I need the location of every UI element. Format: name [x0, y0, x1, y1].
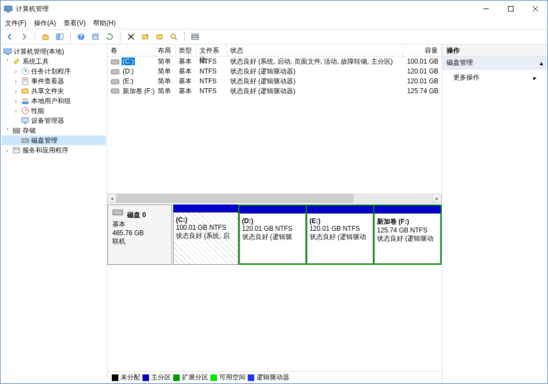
expand-icon[interactable]: ›	[13, 88, 19, 94]
svg-line-18	[175, 38, 177, 40]
disk-icon	[112, 208, 123, 216]
actions-section-disk-management[interactable]: 磁盘管理 ▴	[442, 56, 547, 70]
svg-rect-45	[111, 70, 119, 74]
scroll-right-button[interactable]: ▸	[432, 194, 442, 203]
refresh-button[interactable]	[104, 31, 116, 43]
back-button[interactable]	[4, 31, 16, 43]
column-status[interactable]: 状态	[227, 44, 402, 56]
open-button[interactable]	[153, 31, 165, 43]
expand-icon[interactable]: ›	[4, 147, 10, 154]
column-capacity[interactable]: 容量	[402, 44, 442, 56]
svg-rect-37	[13, 128, 20, 130]
tree-local-users[interactable]: › 本地用户和组	[2, 96, 106, 106]
expand-icon[interactable]: ›	[13, 98, 19, 104]
partition-d[interactable]: (D:) 120.01 GB NTFS 状态良好 (逻辑驱	[239, 206, 306, 264]
legend-free-swatch	[210, 374, 217, 381]
volume-rows[interactable]: (C:)简单基本NTFS状态良好 (系统, 启动, 页面文件, 活动, 故障转储…	[107, 56, 442, 194]
svg-rect-32	[22, 101, 28, 104]
disk-row[interactable]: 磁盘 0 基本 465.76 GB 联机 (C:) 100.01	[107, 204, 442, 265]
menu-help[interactable]: 帮助(H)	[93, 19, 116, 28]
partition-body[interactable]: (D:) 120.01 GB NTFS 状态良好 (逻辑驱	[239, 213, 306, 264]
column-layout[interactable]: 布局	[155, 44, 175, 56]
horizontal-scrollbar[interactable]: ◂ ▸	[107, 194, 442, 203]
chevron-right-icon: ▸	[533, 74, 536, 82]
partition-status: 状态良好 (逻辑驱动	[310, 232, 370, 242]
column-type[interactable]: 类型	[175, 44, 196, 56]
clock-icon	[21, 67, 30, 76]
collapse-icon[interactable]: ˅	[4, 59, 10, 65]
minimize-button[interactable]	[473, 1, 498, 17]
expand-icon[interactable]: ›	[13, 108, 19, 114]
tree-performance[interactable]: › 性能	[2, 106, 106, 116]
svg-rect-7	[56, 34, 59, 39]
tree-event-viewer[interactable]: › 事件查看器	[2, 76, 106, 86]
volume-list-header[interactable]: 卷 布局 类型 文件系统 状态 容量	[107, 44, 442, 56]
expand-icon[interactable]: ›	[13, 69, 19, 75]
svg-rect-0	[4, 6, 12, 11]
legend-extended: 扩展分区	[182, 373, 208, 382]
actions-more[interactable]: 更多操作 ▸	[442, 70, 547, 86]
volume-list: 卷 布局 类型 文件系统 状态 容量 (C:)简单基本NTFS状态良好 (系统,…	[107, 44, 442, 203]
tree-disk-management[interactable]: 磁盘管理	[2, 135, 106, 145]
delete-button[interactable]	[125, 31, 137, 43]
legend-extended-swatch	[173, 374, 180, 381]
services-icon	[12, 146, 21, 155]
partition-body[interactable]: (E:) 120.01 GB NTFS 状态良好 (逻辑驱动	[307, 213, 373, 264]
svg-point-17	[171, 34, 175, 38]
volume-row[interactable]: (C:)简单基本NTFS状态良好 (系统, 启动, 页面文件, 活动, 故障转储…	[107, 56, 442, 66]
expand-icon[interactable]: ›	[13, 78, 19, 84]
tree-task-scheduler[interactable]: › 任务计划程序	[2, 66, 106, 76]
up-button[interactable]	[39, 31, 52, 43]
scroll-thumb[interactable]	[117, 194, 353, 203]
svg-rect-38	[13, 131, 20, 133]
partition-e[interactable]: (E:) 120.01 GB NTFS 状态良好 (逻辑驱动	[306, 206, 373, 264]
storage-icon	[12, 126, 21, 135]
event-icon	[21, 77, 30, 86]
navigation-tree[interactable]: 计算机管理(本地) ˅ 系统工具 › 任务计划程序 › 事件查看器 › 共享文件…	[1, 44, 107, 383]
computer-icon	[3, 47, 12, 56]
tree-storage[interactable]: ˅ 存储	[2, 126, 106, 135]
main-pane: 卷 布局 类型 文件系统 状态 容量 (C:)简单基本NTFS状态良好 (系统,…	[107, 44, 442, 383]
menu-file[interactable]: 文件(F)	[5, 19, 26, 28]
partition-body[interactable]: (C:) 100.01 GB NTFS 状态良好 (系统, 启	[173, 212, 238, 265]
scroll-track[interactable]	[117, 194, 432, 203]
volume-row[interactable]: (D:)简单基本NTFS状态良好 (逻辑驱动器)120.01 GB	[107, 66, 442, 76]
show-hide-tree-button[interactable]	[54, 31, 66, 43]
tree-services-apps[interactable]: › 服务和应用程序	[2, 145, 106, 155]
tree-shared-folders[interactable]: › 共享文件夹	[2, 86, 106, 96]
legend-primary-swatch	[142, 374, 149, 381]
disk-info[interactable]: 磁盘 0 基本 465.76 GB 联机	[107, 204, 172, 265]
partition-body[interactable]: 新加卷 (F:) 125.74 GB NTFS 状态良好 (逻辑驱动	[374, 213, 441, 264]
svg-rect-1	[7, 12, 10, 13]
find-button[interactable]	[168, 31, 180, 43]
scroll-left-button[interactable]: ◂	[107, 194, 117, 203]
toolbar: ?	[1, 29, 547, 44]
partition-size: 100.01 GB NTFS	[176, 224, 236, 231]
svg-point-40	[27, 140, 28, 141]
forward-button[interactable]	[18, 31, 30, 43]
close-button[interactable]	[523, 1, 547, 17]
svg-rect-19	[192, 34, 198, 39]
svg-rect-43	[17, 149, 19, 150]
maximize-button[interactable]	[498, 1, 523, 17]
menu-view[interactable]: 查看(V)	[64, 19, 85, 28]
column-fs[interactable]: 文件系统	[196, 44, 227, 56]
list-view-button[interactable]	[189, 31, 201, 43]
svg-rect-11	[93, 34, 98, 39]
properties-button[interactable]	[89, 31, 101, 43]
help-button[interactable]: ?	[75, 31, 87, 43]
column-volume[interactable]: 卷	[107, 44, 155, 56]
volume-row[interactable]: (E:)简单基本NTFS状态良好 (逻辑驱动器)120.01 GB	[107, 76, 442, 86]
collapse-icon[interactable]: ˅	[4, 128, 10, 134]
partition-header	[173, 204, 238, 212]
tree-system-tools[interactable]: ˅ 系统工具	[2, 56, 106, 66]
menu-action[interactable]: 操作(A)	[34, 19, 56, 28]
svg-point-16	[146, 34, 148, 36]
volume-row[interactable]: 新加卷 (F:)简单基本NTFS状态良好 (逻辑驱动器)125.74 GB	[107, 86, 442, 96]
tree-device-manager[interactable]: 设备管理器	[2, 116, 106, 126]
tree-root[interactable]: 计算机管理(本地)	[2, 47, 106, 56]
partition-name: (D:)	[242, 217, 303, 225]
partition-f[interactable]: 新加卷 (F:) 125.74 GB NTFS 状态良好 (逻辑驱动	[373, 206, 441, 264]
settings-button[interactable]	[139, 31, 151, 43]
partition-c[interactable]: (C:) 100.01 GB NTFS 状态良好 (系统, 启	[173, 204, 238, 265]
